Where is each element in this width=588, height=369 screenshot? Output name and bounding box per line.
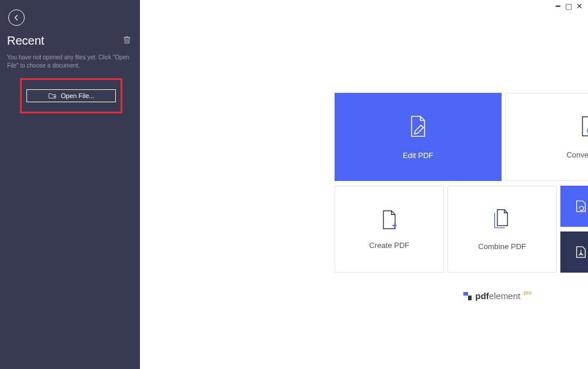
convert-pdf-tile[interactable]: Convert PDF (505, 93, 588, 181)
trash-icon (122, 35, 132, 45)
chevron-left-icon (13, 14, 20, 21)
action-tiles: Edit PDF Convert PDF (335, 93, 588, 277)
brand-edition: pro (524, 290, 532, 296)
close-button[interactable]: ✕ (575, 2, 583, 10)
convert-pdf-icon (577, 115, 588, 137)
delete-recent-button[interactable] (122, 35, 132, 48)
combine-pdf-tile[interactable]: Combine PDF (447, 186, 557, 273)
edit-pdf-tile[interactable]: Edit PDF (335, 93, 502, 181)
combine-pdf-label: Combine PDF (478, 242, 526, 251)
open-file-button[interactable]: Open File... (26, 89, 116, 102)
combine-pdf-icon (490, 208, 514, 232)
brand-name-suffix: element (489, 291, 520, 301)
pdf-templates-icon (574, 246, 587, 259)
open-file-label: Open File... (61, 92, 95, 99)
edit-pdf-icon (406, 115, 430, 138)
create-pdf-label: Create PDF (369, 241, 410, 250)
open-file-highlight: Open File... (20, 78, 122, 113)
folder-open-icon (48, 92, 56, 99)
pdf-templates-tile[interactable]: PDF Templates (560, 232, 588, 273)
brand-name-prefix: pdf (475, 291, 489, 301)
recent-title: Recent (7, 34, 44, 48)
back-button[interactable] (8, 9, 25, 26)
minimize-button[interactable]: ━ (554, 2, 562, 10)
recent-empty-message: You have not opened any files yet. Click… (6, 53, 134, 78)
create-pdf-icon (379, 209, 400, 230)
convert-pdf-label: Convert PDF (566, 150, 588, 159)
sidebar: Recent You have not opened any files yet… (0, 0, 140, 369)
branding: pdfelement pro (463, 291, 532, 301)
brand-logo-icon (463, 292, 472, 300)
batch-process-icon (574, 200, 587, 213)
edit-pdf-label: Edit PDF (403, 151, 433, 160)
maximize-button[interactable]: ▢ (564, 2, 573, 10)
batch-process-tile[interactable]: Batch Process (560, 186, 588, 227)
create-pdf-tile[interactable]: Create PDF (335, 186, 444, 273)
main-area: ━ ▢ ✕ Edit PDF (140, 0, 588, 369)
